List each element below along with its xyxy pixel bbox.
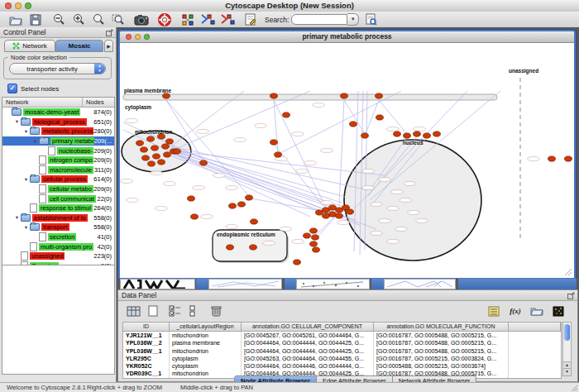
tree-row[interactable]: nucleobase-209(0) (2, 146, 114, 155)
network-node[interactable] (565, 156, 572, 161)
network-node[interactable] (246, 195, 253, 200)
tab-overflow-arrow[interactable]: ▶ (104, 40, 113, 52)
network-window-minimize-button[interactable] (135, 34, 141, 40)
advanced-search-icon[interactable] (364, 12, 379, 26)
tree-row[interactable]: response to stimul264(0) (2, 203, 114, 213)
network-node[interactable] (312, 235, 319, 240)
tree-row[interactable]: cellular metabo209(0) (2, 184, 114, 194)
annotation-icon[interactable] (243, 12, 258, 26)
network-node[interactable] (227, 245, 234, 250)
network-node[interactable] (313, 247, 320, 252)
import-network-icon[interactable] (200, 12, 215, 26)
network-node[interactable] (336, 208, 343, 213)
network-node[interactable] (361, 133, 369, 138)
network-node[interactable] (394, 131, 401, 136)
tree-expand-arrow[interactable]: ▼ (22, 177, 30, 182)
network-window-close-button[interactable] (126, 34, 132, 40)
tree-row[interactable]: ▼transport558(0) (2, 222, 114, 232)
tree-expand-arrow[interactable]: ▼ (31, 139, 39, 144)
background-window-edge[interactable] (384, 279, 456, 289)
select-nodes-checkbox[interactable]: ✓ (7, 84, 17, 93)
network-node[interactable] (323, 208, 330, 213)
tree-expand-arrow[interactable]: ▼ (22, 225, 30, 230)
network-node[interactable] (136, 141, 144, 146)
tree-col-nodes[interactable]: Nodes (83, 98, 114, 107)
attribute-table[interactable]: ID_cellularLayoutRegionannotation.GO CEL… (122, 322, 562, 379)
network-node[interactable] (251, 219, 258, 224)
network-node[interactable] (142, 155, 150, 160)
tree-row[interactable]: macromolecule311(0) (2, 165, 114, 175)
network-node[interactable] (250, 245, 257, 250)
network-node[interactable] (433, 131, 441, 136)
network-node[interactable] (294, 260, 301, 265)
network-node[interactable] (158, 160, 165, 165)
tree-col-network[interactable]: Network (2, 98, 83, 107)
zoom-window-button[interactable] (25, 2, 31, 9)
tree-row[interactable]: secretion41(0) (2, 232, 114, 242)
network-node[interactable] (376, 115, 384, 120)
network-icon[interactable] (180, 12, 195, 26)
column-header[interactable]: ID (123, 323, 170, 331)
network-node[interactable] (164, 152, 171, 157)
background-window-edge[interactable] (296, 279, 370, 289)
network-node[interactable] (141, 147, 148, 152)
network-node[interactable] (316, 210, 323, 215)
network-node[interactable] (162, 144, 170, 149)
float-panel-icon[interactable] (106, 29, 113, 36)
tree-expand-arrow[interactable]: ▼ (13, 119, 21, 124)
network-node[interactable] (404, 133, 411, 138)
network-node[interactable] (310, 228, 318, 233)
network-node[interactable] (336, 213, 343, 218)
zoom-selected-icon[interactable] (111, 12, 126, 26)
tree-row[interactable]: mosaic-demo-yeast874(0) (2, 108, 114, 117)
new-attribute-icon[interactable] (145, 304, 161, 318)
tree-row[interactable]: ▼biological_process651(0) (2, 117, 114, 127)
zoom-fit-icon[interactable] (91, 12, 106, 26)
search-input[interactable] (291, 14, 347, 25)
background-window-edge[interactable] (196, 279, 208, 289)
background-window-edge[interactable] (120, 279, 195, 289)
tree-expand-arrow[interactable]: ▼ (22, 129, 30, 134)
table-header-row[interactable]: ID_cellularLayoutRegionannotation.GO CEL… (123, 323, 561, 332)
network-node[interactable] (275, 152, 282, 157)
network-node[interactable] (270, 93, 278, 98)
network-canvas[interactable]: plasma membranecytoplasmmitochondrionnuc… (120, 43, 574, 278)
attribute-table-icon[interactable] (125, 304, 141, 318)
tree-row[interactable]: cell communicat22(0) (2, 194, 114, 203)
network-node[interactable] (191, 214, 199, 219)
network-node[interactable] (423, 133, 431, 138)
network-node[interactable] (414, 131, 421, 136)
tree-row[interactable]: unassigned223(0) (2, 251, 114, 261)
network-tree-header[interactable]: Network Nodes (2, 98, 114, 108)
import-attributes-folder-icon[interactable] (529, 304, 545, 318)
tree-row[interactable]: nitrogen compo209(0) (2, 155, 114, 165)
tree-expand-arrow[interactable]: ▼ (13, 215, 21, 220)
export-network-icon[interactable] (220, 12, 235, 26)
table-row[interactable]: YPL036W__1mitochondrion[GO:0044464, GO:0… (123, 347, 561, 355)
network-node[interactable] (238, 202, 246, 207)
select-nodes-row[interactable]: ✓ Select nodes (7, 84, 59, 93)
open-file-icon[interactable] (8, 12, 23, 26)
network-node[interactable] (163, 93, 170, 98)
background-window-edge[interactable] (208, 279, 282, 289)
float-panel-icon[interactable] (567, 292, 575, 299)
window-resize-grip[interactable] (562, 266, 572, 276)
tree-row[interactable]: ▼cellular process614(0) (2, 174, 114, 184)
network-node[interactable] (188, 196, 195, 201)
network-window-zoom-button[interactable] (144, 34, 150, 40)
tab-network[interactable]: Network (4, 40, 55, 52)
network-node[interactable] (350, 122, 357, 127)
network-node[interactable] (304, 233, 311, 238)
zoom-out-icon[interactable] (51, 12, 66, 26)
network-node[interactable] (148, 161, 156, 166)
network-node[interactable] (347, 209, 354, 214)
table-row[interactable]: YPL036W__2plasma membrane[GO:0044464, GO… (123, 339, 561, 347)
scroll-down-arrow[interactable]: ▼ (563, 368, 571, 375)
background-window-edge[interactable] (371, 279, 384, 289)
network-node[interactable] (270, 140, 278, 145)
scrollbar-thumb[interactable] (564, 324, 570, 341)
background-window-edge[interactable] (285, 279, 296, 289)
minimize-window-button[interactable] (15, 2, 22, 9)
network-node[interactable] (341, 93, 348, 98)
background-window-edge[interactable] (458, 279, 577, 289)
